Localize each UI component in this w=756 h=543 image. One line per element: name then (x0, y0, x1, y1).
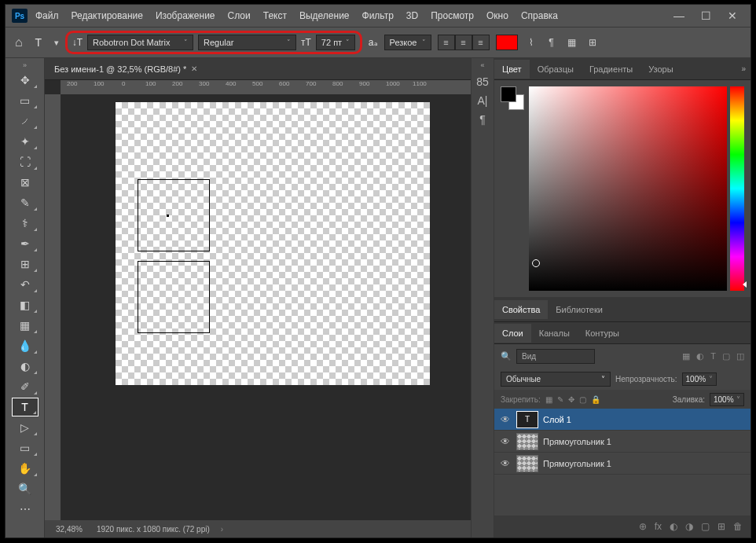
crop-tool[interactable]: ⛶ (12, 152, 39, 171)
magic-wand-tool[interactable]: ✦ (12, 132, 39, 151)
expand-panel-icon[interactable]: « (480, 61, 484, 69)
layer-item[interactable]: 👁 Прямоугольник 1 (494, 431, 750, 453)
delete-layer-icon[interactable]: 🗑 (733, 521, 743, 532)
lock-nest-icon[interactable]: ▢ (579, 395, 586, 404)
tab-libraries[interactable]: Библиотеки (548, 300, 611, 319)
menu-edit[interactable]: Редактирование (67, 7, 148, 24)
menu-window[interactable]: Окно (482, 7, 513, 24)
tab-swatches[interactable]: Образцы (530, 60, 582, 79)
layer-item[interactable]: 👁 Прямоугольник 1 (494, 453, 750, 475)
layer-filter-input[interactable]: Вид (516, 349, 595, 364)
foreground-color-swatch[interactable] (501, 86, 516, 102)
layer-item[interactable]: 👁 T Слой 1 (494, 409, 750, 431)
history-brush-tool[interactable]: ↶ (12, 275, 39, 294)
type-tool[interactable]: T (12, 398, 39, 416)
tab-gradients[interactable]: Градиенты (582, 60, 640, 79)
layer-mask-icon[interactable]: ◐ (670, 521, 677, 532)
tab-paths[interactable]: Контуры (578, 324, 627, 343)
lock-trans-icon[interactable]: ▦ (545, 395, 552, 404)
link-layers-icon[interactable]: ⊕ (639, 521, 647, 532)
tool-preset-icon[interactable]: T (29, 36, 48, 49)
path-select-tool[interactable]: ▷ (12, 418, 39, 437)
eraser-tool[interactable]: ◧ (12, 295, 39, 314)
marquee-tool[interactable]: ▭ (12, 91, 39, 110)
lock-paint-icon[interactable]: ✎ (557, 395, 563, 404)
filter-adjust-icon[interactable]: ◐ (696, 351, 704, 361)
status-chevron-icon[interactable]: › (221, 525, 223, 534)
filter-type-icon[interactable]: T (710, 351, 716, 361)
char-panel-icon[interactable]: ¶ (545, 37, 559, 48)
text-color-swatch[interactable] (496, 35, 518, 50)
font-size-dropdown[interactable]: 72 пт ˅ (316, 35, 355, 50)
panel-collapse-icon[interactable]: » (741, 64, 746, 73)
zoom-tool[interactable]: 🔍 (12, 479, 39, 498)
align-right-button[interactable]: ≡ (472, 35, 490, 50)
layer-fx-icon[interactable]: fx (655, 521, 662, 532)
filter-smart-icon[interactable]: ◫ (736, 351, 744, 361)
3d-icon[interactable]: ▦ (565, 37, 579, 48)
antialias-dropdown[interactable]: Резкое ˅ (384, 35, 431, 50)
horizontal-ruler[interactable]: 200 100 0 100 200 300 400 500 600 700 80… (61, 80, 471, 94)
frame-tool[interactable]: ⊠ (12, 173, 39, 192)
color-picker[interactable] (529, 86, 744, 291)
tab-layers[interactable]: Слои (494, 324, 531, 343)
lock-all-icon[interactable]: 🔒 (591, 395, 600, 404)
filter-shape-icon[interactable]: ▢ (722, 351, 730, 361)
color-field[interactable] (529, 86, 727, 291)
history-panel-icon[interactable]: 85 (476, 75, 489, 88)
tab-patterns[interactable]: Узоры (640, 60, 681, 79)
blur-tool[interactable]: 💧 (12, 336, 39, 355)
gradient-tool[interactable]: ▦ (12, 316, 39, 335)
minimize-button[interactable]: — (667, 8, 691, 24)
menu-layers[interactable]: Слои (223, 7, 255, 24)
document-tab[interactable]: Без имени-1 @ 32,5% (RGB/8#) * ✕ (45, 60, 207, 79)
warp-text-icon[interactable]: ⌇ (524, 37, 538, 48)
tab-properties[interactable]: Свойства (494, 300, 548, 319)
menu-view[interactable]: Просмотр (426, 7, 479, 24)
paragraph-panel-icon[interactable]: ¶ (479, 113, 486, 126)
menu-3d[interactable]: 3D (402, 7, 423, 24)
doc-info[interactable]: 1920 пикс. x 1080 пикс. (72 ppi) (94, 525, 213, 534)
hue-marker[interactable] (743, 281, 747, 288)
text-orientation-icon[interactable]: ↓T (72, 37, 83, 48)
menu-select[interactable]: Выделение (295, 7, 354, 24)
opacity-input[interactable]: 100%˅ (682, 372, 717, 386)
lock-pos-icon[interactable]: ✥ (568, 395, 574, 404)
layer-visibility-icon[interactable]: 👁 (501, 458, 512, 469)
dodge-tool[interactable]: ◐ (12, 357, 39, 376)
fill-input[interactable]: 100%˅ (710, 393, 744, 406)
menu-image[interactable]: Изображение (151, 7, 220, 24)
layer-thumb[interactable] (516, 455, 538, 472)
lasso-tool[interactable]: ⟋ (12, 112, 39, 130)
close-button[interactable]: ✕ (721, 8, 744, 24)
tab-channels[interactable]: Каналы (531, 324, 578, 343)
home-icon[interactable]: ⌂ (15, 35, 23, 50)
hue-slider[interactable] (730, 86, 744, 291)
menu-filter[interactable]: Фильтр (358, 7, 398, 24)
pen-tool[interactable]: ✐ (12, 377, 39, 396)
character-panel-icon[interactable]: A| (478, 94, 488, 107)
more-icon[interactable]: ⊞ (585, 37, 600, 48)
canvas-viewport[interactable] (61, 94, 471, 520)
align-center-button[interactable]: ≡ (455, 35, 472, 50)
toolbar-collapse-icon[interactable]: » (23, 61, 27, 69)
filter-pixel-icon[interactable]: ▦ (682, 351, 690, 361)
brush-tool[interactable]: ✒ (12, 234, 39, 253)
menu-help[interactable]: Справка (516, 7, 563, 24)
fg-bg-color[interactable] (501, 86, 524, 110)
layer-group-icon[interactable]: ▢ (701, 521, 710, 532)
more-tools[interactable]: ⋯ (12, 500, 39, 519)
healing-brush-tool[interactable]: ⚕ (12, 214, 39, 233)
tab-color[interactable]: Цвет (494, 60, 530, 79)
maximize-button[interactable]: ☐ (694, 8, 717, 24)
font-family-dropdown[interactable]: Robotron Dot Matrix ˅ (87, 35, 193, 50)
hand-tool[interactable]: ✋ (12, 459, 39, 478)
layer-visibility-icon[interactable]: 👁 (501, 414, 512, 425)
menu-text[interactable]: Текст (259, 7, 292, 24)
layer-visibility-icon[interactable]: 👁 (501, 436, 512, 447)
align-left-button[interactable]: ≡ (438, 35, 455, 50)
font-style-dropdown[interactable]: Regular ˅ (198, 35, 296, 50)
layer-thumb[interactable] (516, 433, 538, 450)
color-cursor[interactable] (532, 259, 540, 267)
layer-thumb[interactable]: T (516, 411, 538, 428)
